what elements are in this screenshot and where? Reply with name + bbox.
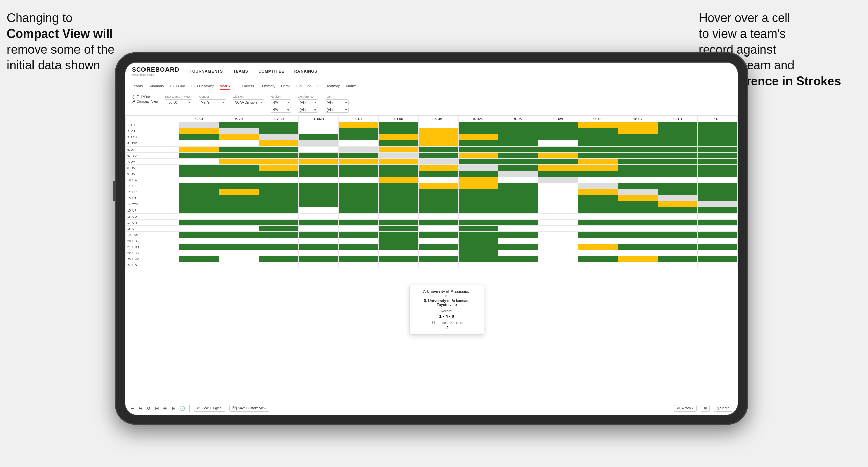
matrix-cell[interactable] bbox=[578, 140, 618, 147]
matrix-cell[interactable] bbox=[299, 207, 339, 214]
matrix-cell[interactable] bbox=[299, 171, 339, 177]
matrix-cell[interactable] bbox=[259, 232, 299, 238]
matrix-cell[interactable] bbox=[299, 238, 339, 244]
matrix-cell[interactable] bbox=[698, 262, 738, 268]
matrix-cell[interactable] bbox=[379, 256, 419, 262]
tab-h2h-grid-left[interactable]: H2H Grid bbox=[170, 83, 185, 90]
matrix-cell[interactable] bbox=[538, 171, 578, 177]
matrix-cell[interactable] bbox=[179, 165, 219, 171]
matrix-cell[interactable] bbox=[658, 189, 698, 195]
matrix-cell[interactable] bbox=[339, 189, 379, 195]
matrix-cell[interactable] bbox=[179, 256, 219, 262]
watch-button[interactable]: ⊙ Watch ▾ bbox=[674, 405, 697, 412]
view-original-button[interactable]: 👁 View: Original bbox=[194, 405, 225, 412]
matrix-cell[interactable] bbox=[698, 201, 738, 207]
matrix-cell[interactable] bbox=[658, 232, 698, 238]
matrix-cell[interactable] bbox=[498, 183, 538, 189]
matrix-cell[interactable] bbox=[658, 134, 698, 140]
matrix-cell[interactable] bbox=[219, 256, 259, 262]
tab-detail[interactable]: Detail bbox=[281, 83, 290, 90]
matrix-cell[interactable] bbox=[299, 153, 339, 159]
matrix-cell[interactable] bbox=[259, 183, 299, 189]
matrix-cell[interactable] bbox=[418, 262, 458, 268]
matrix-cell[interactable] bbox=[578, 159, 618, 165]
matrix-cell[interactable] bbox=[458, 134, 498, 140]
matrix-cell[interactable] bbox=[698, 189, 738, 195]
matrix-cell[interactable] bbox=[458, 195, 498, 201]
matrix-cell[interactable] bbox=[179, 153, 219, 159]
matrix-cell[interactable] bbox=[698, 238, 738, 244]
matrix-cell[interactable] bbox=[458, 201, 498, 207]
conference-select-1[interactable]: (All) bbox=[298, 99, 318, 105]
matrix-cell[interactable] bbox=[698, 128, 738, 134]
tab-summary-left[interactable]: Summary bbox=[148, 83, 164, 90]
matrix-cell[interactable] bbox=[618, 159, 658, 165]
matrix-cell[interactable] bbox=[259, 214, 299, 220]
matrix-cell[interactable] bbox=[299, 159, 339, 165]
matrix-cell[interactable] bbox=[299, 140, 339, 147]
matrix-cell[interactable] bbox=[339, 195, 379, 201]
matrix-cell[interactable] bbox=[339, 232, 379, 238]
matrix-cell[interactable] bbox=[698, 153, 738, 159]
matrix-cell[interactable] bbox=[299, 147, 339, 153]
matrix-cell[interactable] bbox=[179, 147, 219, 153]
matrix-cell[interactable] bbox=[418, 232, 458, 238]
matrix-cell[interactable] bbox=[698, 159, 738, 165]
matrix-cell[interactable] bbox=[179, 134, 219, 140]
matrix-cell[interactable] bbox=[299, 256, 339, 262]
matrix-cell[interactable] bbox=[618, 232, 658, 238]
matrix-cell[interactable] bbox=[698, 165, 738, 171]
matrix-cell[interactable] bbox=[658, 147, 698, 153]
matrix-cell[interactable] bbox=[458, 159, 498, 165]
share-button[interactable]: ⎘ Share bbox=[714, 405, 732, 412]
matrix-cell[interactable] bbox=[498, 201, 538, 207]
matrix-cell[interactable] bbox=[458, 128, 498, 134]
matrix-cell[interactable] bbox=[379, 128, 419, 134]
matrix-cell[interactable] bbox=[578, 232, 618, 238]
matrix-cell[interactable] bbox=[339, 207, 379, 214]
matrix-cell[interactable] bbox=[658, 128, 698, 134]
matrix-cell[interactable] bbox=[299, 201, 339, 207]
matrix-cell[interactable] bbox=[379, 153, 419, 159]
matrix-cell[interactable] bbox=[418, 220, 458, 226]
matrix-cell[interactable] bbox=[498, 177, 538, 183]
matrix-cell[interactable] bbox=[498, 122, 538, 128]
matrix-cell[interactable] bbox=[538, 122, 578, 128]
matrix-cell[interactable] bbox=[259, 238, 299, 244]
redo-icon[interactable]: ↪ bbox=[139, 406, 143, 411]
matrix-cell[interactable] bbox=[219, 159, 259, 165]
matrix-cell[interactable] bbox=[538, 244, 578, 250]
matrix-cell[interactable] bbox=[219, 226, 259, 232]
matrix-cell[interactable] bbox=[578, 195, 618, 201]
matrix-cell[interactable] bbox=[219, 195, 259, 201]
matrix-cell[interactable] bbox=[578, 226, 618, 232]
matrix-cell[interactable] bbox=[259, 140, 299, 147]
matrix-cell[interactable] bbox=[259, 122, 299, 128]
tab-h2h-heatmap-left[interactable]: H2H Heatmap bbox=[191, 83, 214, 90]
matrix-cell[interactable] bbox=[538, 232, 578, 238]
matrix-cell[interactable] bbox=[418, 238, 458, 244]
matrix-cell[interactable] bbox=[458, 122, 498, 128]
matrix-cell[interactable] bbox=[618, 238, 658, 244]
matrix-cell[interactable] bbox=[658, 220, 698, 226]
matrix-cell[interactable] bbox=[299, 220, 339, 226]
matrix-cell[interactable] bbox=[658, 122, 698, 128]
matrix-cell[interactable] bbox=[418, 201, 458, 207]
team-select[interactable]: (All) bbox=[325, 99, 349, 105]
matrix-cell[interactable] bbox=[339, 201, 379, 207]
matrix-cell[interactable] bbox=[259, 195, 299, 201]
matrix-cell[interactable] bbox=[538, 262, 578, 268]
matrix-cell[interactable] bbox=[339, 262, 379, 268]
matrix-cell[interactable] bbox=[618, 195, 658, 201]
matrix-cell[interactable] bbox=[379, 232, 419, 238]
matrix-cell[interactable] bbox=[259, 128, 299, 134]
matrix-cell[interactable] bbox=[498, 207, 538, 214]
matrix-cell[interactable] bbox=[418, 189, 458, 195]
matrix-cell[interactable] bbox=[179, 262, 219, 268]
matrix-cell[interactable] bbox=[179, 140, 219, 147]
matrix-cell[interactable] bbox=[418, 171, 458, 177]
matrix-cell[interactable] bbox=[698, 177, 738, 183]
matrix-cell[interactable] bbox=[259, 207, 299, 214]
matrix-cell[interactable] bbox=[698, 134, 738, 140]
matrix-cell[interactable] bbox=[299, 244, 339, 250]
